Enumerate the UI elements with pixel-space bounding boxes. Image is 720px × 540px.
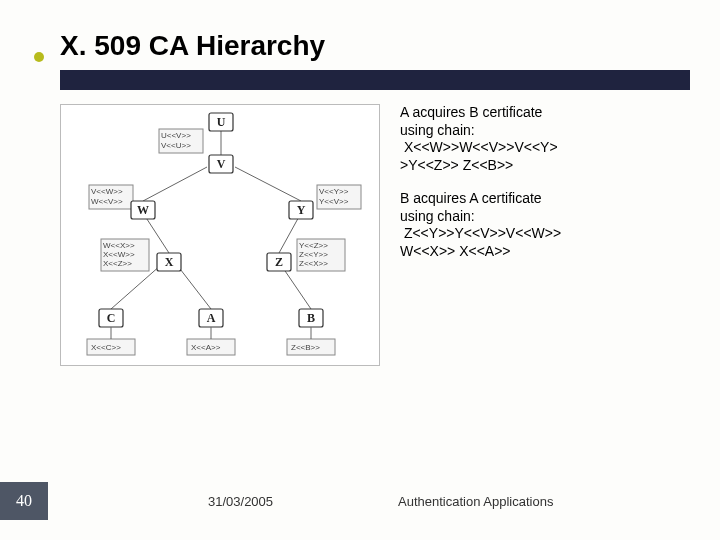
node-c: C — [107, 311, 116, 325]
cert-y-z-3: Z<<X>> — [299, 259, 328, 268]
cert-x-a: X<<A>> — [191, 343, 221, 352]
cert-u-v-1: U<<V>> — [161, 131, 191, 140]
footer-date: 31/03/2005 — [208, 494, 398, 509]
node-u: U — [217, 115, 226, 129]
p1-line2: using chain: — [400, 122, 690, 140]
node-b: B — [307, 311, 315, 325]
node-y: Y — [297, 203, 306, 217]
cert-w-x-3: X<<Z>> — [103, 259, 132, 268]
cert-v-w-2: W<<V>> — [91, 197, 123, 206]
node-w: W — [137, 203, 149, 217]
node-z: Z — [275, 255, 283, 269]
para-a-acquires-b: A acquires B certificate using chain: X<… — [400, 104, 690, 174]
title-bullet — [34, 52, 44, 62]
p1-chain-a: X<<W>>W<<V>>V<<Y> — [400, 139, 690, 157]
p2-chain-a: Z<<Y>>Y<<V>>V<<W>> — [400, 225, 690, 243]
cert-v-y-1: V<<Y>> — [319, 187, 349, 196]
cert-w-x-2: X<<W>> — [103, 250, 135, 259]
text-column: A acquires B certificate using chain: X<… — [400, 104, 690, 366]
cert-z-b: Z<<B>> — [291, 343, 320, 352]
ca-hierarchy-diagram: U U<<V>> V<<U>> V V<<W>> W<<V>> W — [60, 104, 380, 366]
node-x: X — [165, 255, 174, 269]
cert-u-v-2: V<<U>> — [161, 141, 191, 150]
footer-text: Authentication Applications — [398, 494, 720, 509]
p1-line1: A acquires B certificate — [400, 104, 690, 122]
cert-y-z-2: Z<<Y>> — [299, 250, 328, 259]
slide-number: 40 — [0, 482, 48, 520]
footer: 40 31/03/2005 Authentication Application… — [0, 482, 720, 520]
slide-title: X. 509 CA Hierarchy — [60, 30, 690, 62]
cert-v-y-2: Y<<V>> — [319, 197, 349, 206]
body-area: U U<<V>> V<<U>> V V<<W>> W<<V>> W — [60, 104, 690, 366]
cert-v-w-1: V<<W>> — [91, 187, 123, 196]
cert-w-x-1: W<<X>> — [103, 241, 135, 250]
p2-chain-b: W<<X>> X<<A>> — [400, 243, 690, 261]
para-b-acquires-a: B acquires A certificate using chain: Z<… — [400, 190, 690, 260]
p2-line2: using chain: — [400, 208, 690, 226]
p1-chain-b: >Y<<Z>> Z<<B>> — [400, 157, 690, 175]
title-underline — [60, 70, 690, 90]
cert-x-c: X<<C>> — [91, 343, 121, 352]
cert-y-z-1: Y<<Z>> — [299, 241, 328, 250]
p2-line1: B acquires A certificate — [400, 190, 690, 208]
diagram-column: U U<<V>> V<<U>> V V<<W>> W<<V>> W — [60, 104, 380, 366]
node-a: A — [207, 311, 216, 325]
node-v: V — [217, 157, 226, 171]
